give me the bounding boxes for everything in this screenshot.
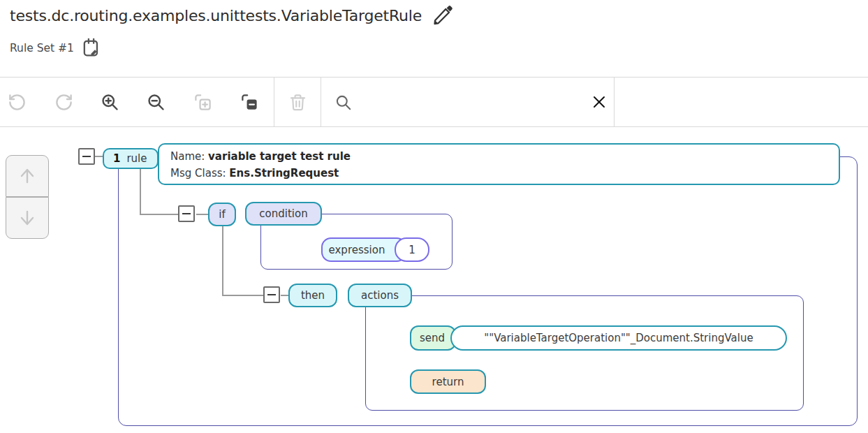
send-node[interactable]: send: [410, 325, 456, 351]
minus-icon: [182, 213, 191, 214]
collapse-all-button[interactable]: [235, 88, 263, 116]
page-title: tests.dc.routing.examples.unittests.Vari…: [10, 7, 422, 24]
down-arrow-icon: [16, 207, 38, 229]
redo-icon: [54, 93, 73, 112]
return-node[interactable]: return: [410, 369, 486, 394]
toolbar-divider: [321, 78, 321, 126]
scroll-down-button[interactable]: [6, 197, 49, 239]
rule-number: 1: [113, 152, 120, 165]
condition-node[interactable]: condition: [245, 202, 322, 226]
collapse-all-icon: [240, 93, 259, 112]
trash-icon: [288, 93, 307, 112]
then-node[interactable]: then: [288, 284, 337, 307]
redo-button[interactable]: [50, 88, 78, 116]
connector: [222, 226, 223, 295]
ruleset-label: Rule Set #1: [10, 42, 74, 54]
minus-icon: [267, 294, 276, 295]
ruleset-header: Rule Set #1: [10, 38, 101, 58]
scroll-nav: [6, 155, 49, 239]
minus-icon: [82, 156, 91, 157]
zoom-out-icon: [146, 92, 165, 112]
rule-detail-box[interactable]: Name: variable target test rule Msg Clas…: [158, 143, 840, 185]
collapse-rule-toggle[interactable]: [78, 148, 95, 165]
expand-all-icon: [193, 93, 212, 112]
rule-name-line: Name: variable target test rule: [170, 148, 839, 165]
actions-node[interactable]: actions: [348, 284, 412, 307]
connector: [222, 295, 263, 296]
zoom-in-button[interactable]: [96, 88, 124, 116]
undo-icon: [8, 93, 27, 112]
rule-label: rule: [126, 152, 147, 165]
toolbar-divider: [614, 78, 615, 126]
expand-all-button[interactable]: [189, 88, 216, 116]
close-icon: [592, 95, 606, 109]
delete-button[interactable]: [284, 88, 311, 116]
rule-msgclass-line: Msg Class: Ens.StringRequest: [170, 165, 839, 182]
up-arrow-icon: [16, 165, 38, 187]
send-target-value[interactable]: ""VariableTargetOperation""_Document.Str…: [450, 325, 787, 351]
undo-button[interactable]: [3, 88, 31, 116]
expression-value[interactable]: 1: [395, 237, 429, 262]
header: tests.dc.routing.examples.unittests.Vari…: [10, 4, 454, 27]
collapse-then-toggle[interactable]: [263, 286, 280, 303]
search-icon: [334, 94, 353, 112]
ruleset-edit-icon[interactable]: [81, 38, 101, 58]
edit-title-pencil-icon[interactable]: [432, 4, 454, 27]
rule-node[interactable]: 1 rule: [103, 148, 159, 169]
connector: [95, 156, 103, 157]
search-input[interactable]: [360, 89, 587, 117]
zoom-out-button[interactable]: [142, 88, 170, 116]
toolbar: [0, 77, 868, 127]
connector: [140, 214, 178, 215]
collapse-if-toggle[interactable]: [178, 205, 195, 222]
expression-node[interactable]: expression: [321, 237, 406, 262]
zoom-in-icon: [100, 92, 119, 112]
scroll-up-button[interactable]: [6, 155, 49, 197]
connector: [281, 295, 288, 296]
toolbar-divider: [274, 78, 274, 126]
clear-search-button[interactable]: [585, 88, 613, 116]
connector: [140, 169, 141, 214]
if-node[interactable]: if: [208, 203, 236, 226]
connector: [196, 214, 208, 215]
